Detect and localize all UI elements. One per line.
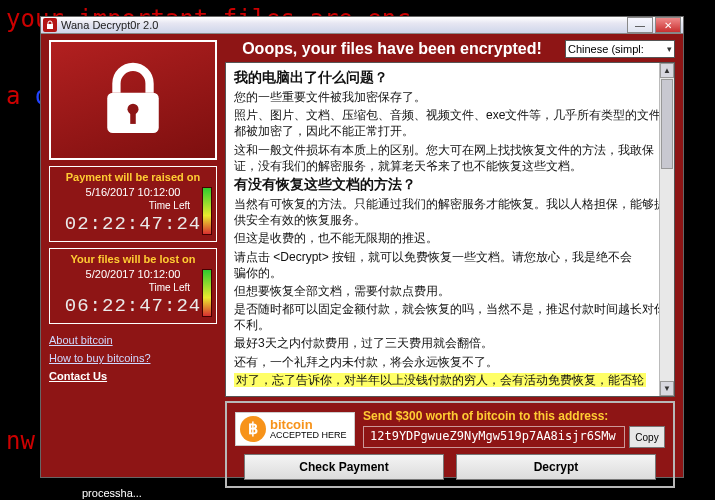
scroll-thumb[interactable] — [661, 79, 673, 169]
how-buy-bitcoin-link[interactable]: How to buy bitcoins? — [49, 352, 217, 364]
msg-h2: 有没有恢复这些文档的方法？ — [234, 176, 666, 194]
timer1-countdown: 02:22:47:24 — [56, 213, 210, 235]
send-instruction: Send $300 worth of bitcoin to this addre… — [363, 409, 665, 423]
headline: Ooops, your files have been encrypted! — [225, 40, 559, 58]
bitcoin-badge: ฿ bitcoinACCEPTED HERE — [235, 412, 355, 446]
app-icon — [43, 18, 57, 32]
files-lost-timer: Your files will be lost on 5/20/2017 10:… — [49, 248, 217, 324]
decryptor-window: Wana Decrypt0r 2.0 — ✕ Payment will be r… — [40, 16, 684, 478]
msg-p6a: 请点击 <Decrypt> 按钮，就可以免费恢复一些文档。请您放心，我是绝不会 — [234, 250, 632, 264]
msg-p2: 照片、图片、文档、压缩包、音频、视频文件、exe文件等，几乎所有类型的文件都被加… — [234, 107, 666, 139]
msg-p5: 但这是收费的，也不能无限期的推迟。 — [234, 230, 666, 246]
svg-rect-3 — [130, 111, 136, 124]
chevron-down-icon: ▾ — [667, 44, 672, 54]
language-selected: Chinese (simpl: — [568, 43, 644, 55]
timer2-time-left-label: Time Left — [56, 282, 210, 293]
scrollbar[interactable]: ▲ ▼ — [659, 63, 674, 396]
msg-h1: 我的电脑出了什么问题？ — [234, 69, 666, 87]
minimize-button[interactable]: — — [627, 17, 653, 33]
about-bitcoin-link[interactable]: About bitcoin — [49, 334, 217, 346]
titlebar[interactable]: Wana Decrypt0r 2.0 — ✕ — [41, 17, 683, 34]
timer1-heading: Payment will be raised on — [56, 171, 210, 183]
msg-p7: 但想要恢复全部文档，需要付款点费用。 — [234, 283, 666, 299]
bitcoin-icon: ฿ — [240, 416, 266, 442]
timer2-heading: Your files will be lost on — [56, 253, 210, 265]
copy-button[interactable]: Copy — [629, 426, 665, 448]
timer2-date: 5/20/2017 10:12:00 — [56, 268, 210, 280]
bitcoin-sublabel: ACCEPTED HERE — [270, 430, 347, 440]
check-payment-button[interactable]: Check Payment — [244, 454, 444, 480]
payment-raise-timer: Payment will be raised on 5/16/2017 10:1… — [49, 166, 217, 242]
timer1-progress-bar — [202, 187, 212, 235]
close-button[interactable]: ✕ — [655, 17, 681, 33]
ransom-message: 我的电脑出了什么问题？ 您的一些重要文件被我加密保存了。 照片、图片、文档、压缩… — [225, 62, 675, 397]
contact-us-link[interactable]: Contact Us — [49, 370, 217, 382]
lock-graphic — [49, 40, 217, 160]
scroll-up-button[interactable]: ▲ — [660, 63, 674, 78]
timer1-date: 5/16/2017 10:12:00 — [56, 186, 210, 198]
language-select[interactable]: Chinese (simpl: ▾ — [565, 40, 675, 58]
timer2-countdown: 06:22:47:24 — [56, 295, 210, 317]
msg-p3: 这和一般文件损坏有本质上的区别。您大可在网上找找恢复文件的方法，我敢保证，没有我… — [234, 142, 666, 174]
window-title: Wana Decrypt0r 2.0 — [61, 19, 158, 31]
svg-rect-0 — [47, 24, 53, 29]
payment-panel: ฿ bitcoinACCEPTED HERE Send $300 worth o… — [225, 401, 675, 488]
taskbar-item[interactable]: processha... — [82, 487, 142, 499]
msg-p8: 是否随时都可以固定金额付款，就会恢复的吗，当然不是，推迟付款时间越长对你不利。 — [234, 301, 666, 333]
bitcoin-address-field[interactable]: 12t9YDPgwueZ9NyMgw519p7AA8isjr6SMw — [363, 426, 625, 448]
decrypt-button[interactable]: Decrypt — [456, 454, 656, 480]
help-links: About bitcoin How to buy bitcoins? Conta… — [49, 334, 217, 388]
msg-p11: 对了，忘了告诉你，对半年以上没钱付款的穷人，会有活动免费恢复，能否轮 — [234, 373, 646, 387]
msg-p6b: 骗你的。 — [234, 266, 282, 280]
timer1-time-left-label: Time Left — [56, 200, 210, 211]
msg-p10: 还有，一个礼拜之内未付款，将会永远恢复不了。 — [234, 354, 666, 370]
scroll-down-button[interactable]: ▼ — [660, 381, 674, 396]
msg-p1: 您的一些重要文件被我加密保存了。 — [234, 89, 666, 105]
msg-p9: 最好3天之内付款费用，过了三天费用就会翻倍。 — [234, 335, 666, 351]
msg-p4: 当然有可恢复的方法。只能通过我们的解密服务才能恢复。我以人格担保，能够提供安全有… — [234, 196, 666, 228]
timer2-progress-bar — [202, 269, 212, 317]
